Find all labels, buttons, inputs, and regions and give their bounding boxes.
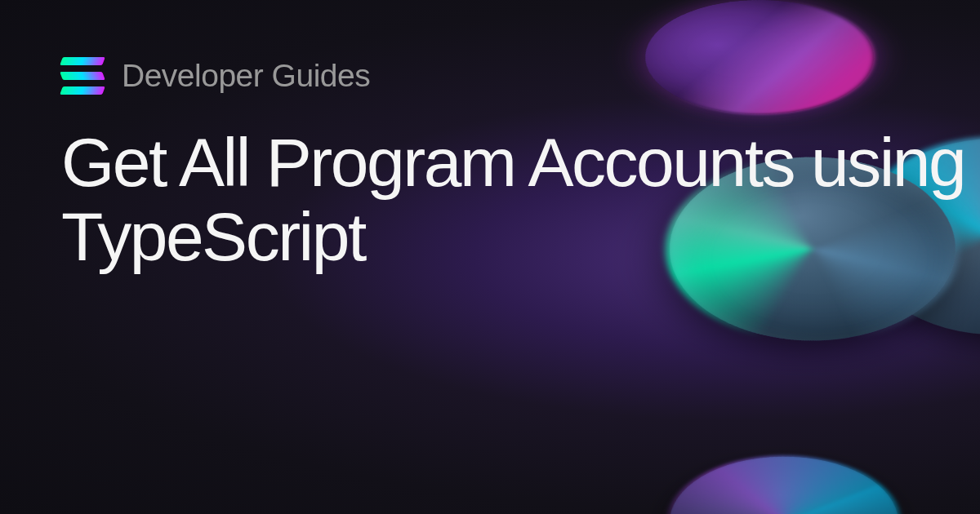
category-label: Developer Guides [122, 58, 370, 94]
og-card: Developer Guides Get All Program Account… [0, 0, 980, 514]
content-area: Developer Guides Get All Program Account… [61, 57, 980, 273]
header: Developer Guides [61, 57, 980, 95]
coin-decoration [652, 446, 916, 514]
page-title: Get All Program Accounts using TypeScrip… [61, 126, 980, 273]
solana-logo-icon [61, 57, 104, 95]
